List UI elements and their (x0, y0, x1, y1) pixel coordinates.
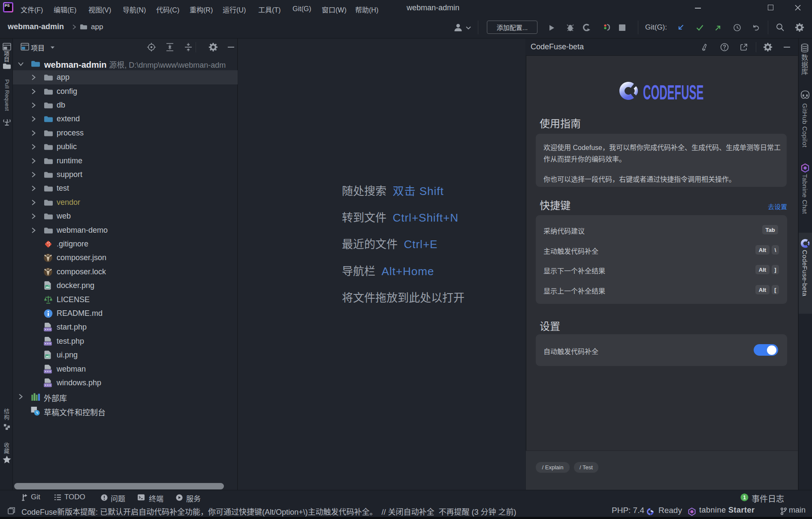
svg-text:1: 1 (743, 495, 746, 501)
